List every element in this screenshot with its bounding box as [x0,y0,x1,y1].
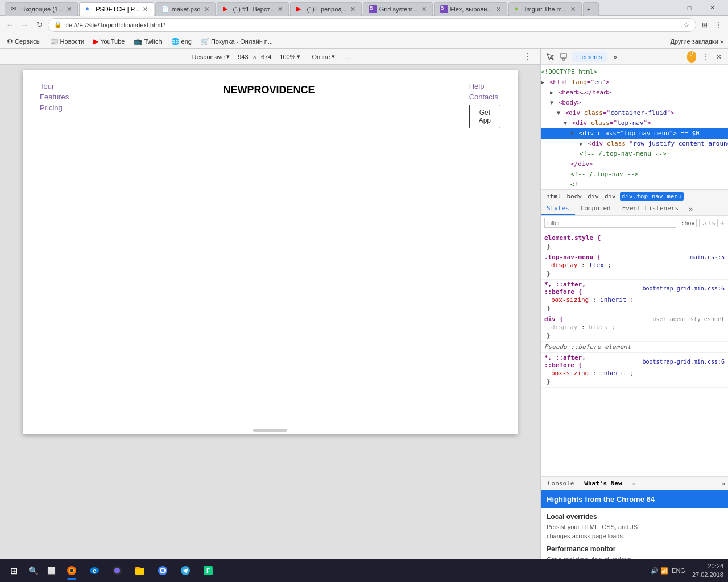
bookmark-news[interactable]: 📰 Новости [48,36,87,47]
breadcrumb-div2[interactable]: div [603,192,618,201]
extensions-icon[interactable]: ⊞ [698,19,711,31]
breadcrumb-div1[interactable]: div [586,192,601,201]
start-button[interactable]: ⊞ [5,562,23,580]
dom-closediv1[interactable]: </div> [541,159,728,169]
tab-styles[interactable]: Styles [541,203,575,215]
tab-computed[interactable]: Computed [575,203,617,215]
taskbar-chrome[interactable] [152,560,173,581]
taskbar-figma[interactable]: F [198,560,218,581]
device-close-icon[interactable]: ⋮ [523,51,537,62]
taskbar-telegram[interactable] [175,560,196,581]
tab-flex[interactable]: B Flex, вырови... ✕ [434,2,507,16]
tab-maket[interactable]: 📄 maket.psd ✕ [155,2,216,16]
address-box[interactable]: 🔒 file:///E:/Site/To/portfolio/indext.ht… [48,18,696,32]
forward-button[interactable]: → [18,19,31,31]
taskbar-search-button[interactable]: 🔍 [25,563,41,579]
tab-close-gridsystem[interactable]: ✕ [421,6,427,13]
other-bookmarks-button[interactable]: Другие закладки » [671,38,723,45]
star-icon[interactable]: ☆ [683,20,690,29]
tab-psdetch[interactable]: ● PSDETCH | P... ✕ [79,2,154,16]
new-tab-button[interactable]: + [583,2,599,16]
bookmark-twitch[interactable]: 📺 Twitch [131,36,164,47]
bottom-tab-whatsnew[interactable]: What's New [580,479,626,488]
nav-tour-link[interactable]: Tour [40,82,69,90]
task-view-button[interactable]: ⬜ [43,563,59,579]
online-selector[interactable]: Online ▾ [308,52,338,61]
devtools-tab-elements[interactable]: Elements [572,52,607,62]
devtools-close-icon[interactable]: ✕ [713,51,725,63]
dom-comment3[interactable]: <!-- [541,180,728,190]
get-app-button[interactable]: GetApp [469,105,500,128]
dom-row[interactable]: ▶ <div class="row justify-content-around… [541,139,728,149]
devtools-tab-more[interactable]: » [609,52,622,62]
tab-close-psdetch[interactable]: ✕ [143,6,148,13]
dom-topnavmenu[interactable]: ▼ <div class="top-nav-menu"> == $0 [541,128,728,139]
bookmark-shopping[interactable]: 🛒 Покупка - Онлайн п... [198,36,275,47]
nav-pricing-link[interactable]: Pricing [40,103,69,112]
breadcrumb-body[interactable]: body [565,192,584,201]
taskbar-obs[interactable] [107,560,127,581]
dom-doctype[interactable]: <!DOCTYPE html> [541,67,728,77]
zoom-selector[interactable]: 100% ▾ [276,52,304,61]
tab-close-gmail[interactable]: ✕ [67,6,72,13]
tab-label-youtube1: (1) #1. Верст... [233,6,275,13]
bookmark-services-label: Сервисы [15,38,41,45]
bookmark-eng[interactable]: 🌐 eng [169,36,194,47]
pseudo-bootstrap-source[interactable]: bootstrap-grid.min.css:6 [643,359,725,365]
tab-close-flex[interactable]: ✕ [496,6,501,13]
bootstrap-pseudo-source[interactable]: bootstrap-grid.min.css:6 [643,285,725,292]
breadcrumb-topnavmenu[interactable]: div.top-nav-menu [620,192,684,201]
bottom-panel-close[interactable]: ✕ [722,480,726,488]
tab-label-imgur: Imgur: The m... [525,6,567,13]
devtools-more-options[interactable]: ⋮ [700,51,711,63]
responsive-selector[interactable]: Responsive ▾ [189,52,233,61]
nav-help-link[interactable]: Help [469,82,485,90]
tab-event-listeners[interactable]: Event Listeners [617,203,684,215]
devtools-device-icon[interactable] [558,51,569,63]
bottom-tab-console[interactable]: Console [543,479,578,488]
imgur-icon: ● [515,5,523,13]
dom-html[interactable]: ▶ <html lang="en"> [541,77,728,88]
tab-gridsystem[interactable]: B Grid system... ✕ [363,2,433,16]
tab-close-youtube2[interactable]: ✕ [350,6,355,13]
topnavmenu-source[interactable]: main.css:5 [690,254,725,260]
breadcrumb-html[interactable]: html [544,192,563,201]
nav-features-link[interactable]: Features [40,93,69,101]
styles-filter-row: :hov .cls + [541,216,728,230]
dom-topnav[interactable]: ▼ <div class="top-nav"> [541,118,728,128]
tab-label-psdetch: PSDETCH | P... [96,6,139,13]
more-options-icon[interactable]: ⋮ [712,19,725,31]
maximize-button[interactable]: □ [678,2,701,14]
back-button[interactable]: ← [3,19,16,31]
styles-more-button[interactable]: » [686,204,695,214]
reload-button[interactable]: ↻ [33,19,46,31]
hov-toggle[interactable]: :hov [679,219,697,227]
close-button[interactable]: ✕ [701,2,723,14]
taskbar-filemanager[interactable] [130,560,150,581]
add-style-icon[interactable]: + [720,218,725,227]
minimize-button[interactable]: — [655,2,678,14]
bookmark-services[interactable]: ⚙ Сервисы [5,36,43,47]
taskbar-clock: 20:24 27.02.2018 [692,562,723,580]
tab-close-maket[interactable]: ✕ [204,6,209,13]
cls-toggle[interactable]: .cls [699,219,717,227]
taskbar-firefox[interactable] [61,560,82,581]
tab-gmail[interactable]: ✉ Входящие (1... ✕ [5,2,78,16]
dom-comment2[interactable]: <!-- /.top-nav --> [541,169,728,180]
tab-close-youtube1[interactable]: ✕ [278,6,283,13]
news-icon: 📰 [50,38,59,45]
dom-comment1[interactable]: <!-- /.top-nav-menu --> [541,149,728,159]
tab-imgur[interactable]: ● Imgur: The m... ✕ [508,2,582,16]
dom-body[interactable]: ▼ <body> [541,98,728,108]
dom-head[interactable]: ▶ <head>…</head> [541,88,728,98]
tab-close-imgur[interactable]: ✕ [570,6,576,13]
nav-contacts-link[interactable]: Contacts [469,93,498,101]
devtools-select-element-icon[interactable] [544,51,556,63]
tab-youtube2[interactable]: ▶ (1) Препрод... ✕ [290,2,361,16]
styles-filter-input[interactable] [544,218,676,228]
bookmark-youtube[interactable]: ▶ YouTube [91,36,127,47]
device-more-icon[interactable]: … [345,53,351,60]
taskbar-edge[interactable]: e [84,560,105,581]
dom-container[interactable]: ▼ <div class="container-fluid"> [541,108,728,118]
tab-youtube1[interactable]: ▶ (1) #1. Верст... ✕ [217,2,289,16]
